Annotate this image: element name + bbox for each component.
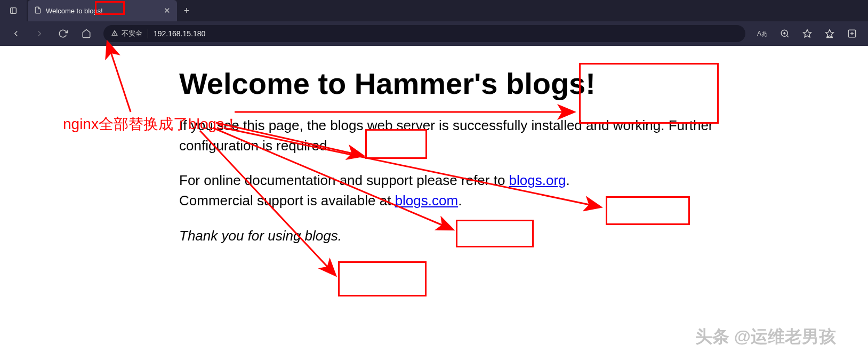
collections-button[interactable] — [841, 23, 863, 44]
new-tab-button[interactable]: + — [177, 0, 196, 21]
security-indicator[interactable]: 不安全 — [111, 29, 148, 38]
url-text: 192.168.15.180 — [154, 29, 205, 38]
file-icon — [34, 6, 42, 15]
page-content: Welcome to Hammer's blogs! If you see th… — [0, 46, 868, 353]
browser-chrome: Welcome to blogs! ✕ + 不安全 192.168.15.180 — [0, 0, 868, 46]
page-title: Welcome to Hammer's blogs! — [179, 66, 739, 101]
address-bar: 不安全 192.168.15.180 Aあ — [0, 21, 868, 46]
refresh-button[interactable] — [52, 23, 74, 44]
tab-title: Welcome to blogs! — [46, 7, 103, 15]
tab-bar: Welcome to blogs! ✕ + — [0, 0, 868, 21]
annotation-label: nginx全部替换成了blogs！ — [63, 114, 239, 134]
home-button[interactable] — [76, 23, 97, 44]
intro-paragraph: If you see this page, the blogs web serv… — [179, 116, 739, 156]
favorites-add-button[interactable] — [797, 23, 818, 44]
warning-icon — [111, 29, 118, 38]
svg-line-3 — [787, 36, 789, 37]
back-button[interactable] — [5, 23, 27, 44]
forward-button[interactable] — [29, 23, 50, 44]
watermark: 头条 @运维老男孩 — [695, 325, 836, 349]
tab-actions-button[interactable] — [0, 0, 27, 21]
zoom-button[interactable] — [774, 23, 795, 44]
svg-marker-6 — [803, 30, 811, 37]
svg-rect-0 — [11, 8, 17, 14]
reading-mode-button[interactable]: Aあ — [752, 23, 773, 44]
url-input[interactable]: 不安全 192.168.15.180 — [103, 25, 745, 42]
commercial-link[interactable]: blogs.com — [395, 192, 459, 208]
browser-tab[interactable]: Welcome to blogs! ✕ — [28, 0, 177, 21]
favorites-button[interactable] — [819, 23, 840, 44]
close-icon[interactable]: ✕ — [164, 6, 171, 15]
svg-marker-7 — [826, 30, 834, 37]
security-label: 不安全 — [122, 29, 142, 38]
docs-link[interactable]: blogs.org — [509, 172, 566, 188]
docs-paragraph: For online documentation and support ple… — [179, 171, 739, 211]
thanks-paragraph: Thank you for using blogs. — [179, 226, 739, 246]
